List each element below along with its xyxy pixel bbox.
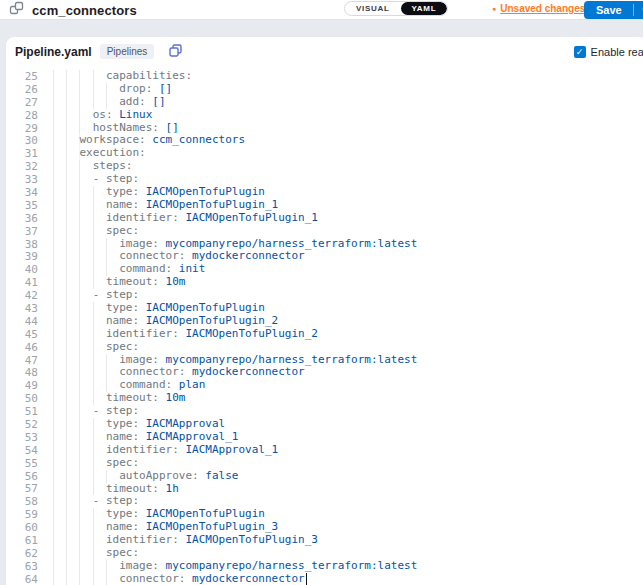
unsaved-changes-label: Unsaved changes (500, 3, 585, 14)
code-text: connector: mydockerconnector (53, 573, 307, 585)
unsaved-dot-icon: ● (492, 5, 496, 12)
line-number: 51 (6, 405, 38, 418)
save-button[interactable]: Save (584, 4, 633, 16)
panel-toolbar: Pipeline.yaml Pipelines ✓ Enable read/ (6, 37, 643, 66)
check-icon: ✓ (576, 47, 584, 57)
line-number: 59 (6, 508, 38, 521)
copy-icon (169, 44, 182, 60)
line-number: 57 (6, 482, 38, 495)
chevron-down-icon[interactable]: ▼ (634, 6, 643, 15)
line-number: 61 (6, 534, 38, 547)
save-split-button[interactable]: Save ▼ (584, 1, 643, 19)
line-number: 62 (6, 547, 38, 560)
copy-yaml-button[interactable] (169, 44, 182, 60)
line-number: 40 (6, 263, 38, 276)
header-left: ccm_connectors (9, 1, 137, 20)
yaml-editor[interactable]: 25 capabilities:26 drop: []27 add: []28 … (6, 66, 643, 585)
line-number: 46 (6, 341, 38, 354)
line-number: 38 (6, 238, 38, 251)
line-number: 58 (6, 495, 38, 508)
line-number: 60 (6, 521, 38, 534)
line-number: 42 (6, 289, 38, 302)
tab-visual[interactable]: VISUAL (345, 2, 401, 15)
file-name-label: Pipeline.yaml (15, 45, 92, 59)
line-number: 37 (6, 225, 38, 238)
view-mode-toggle: VISUAL YAML (344, 1, 448, 16)
line-number: 26 (6, 83, 38, 96)
app-header: ccm_connectors VISUAL YAML ● Unsaved cha… (0, 0, 643, 20)
code-lines: 25 capabilities:26 drop: []27 add: []28 … (6, 70, 643, 585)
line-number: 50 (6, 392, 38, 405)
line-number: 55 (6, 457, 38, 470)
pipeline-icon (9, 1, 24, 20)
line-number: 34 (6, 186, 38, 199)
entity-badge: Pipelines (100, 44, 155, 59)
line-number: 43 (6, 302, 38, 315)
line-number: 64 (6, 573, 38, 585)
line-number: 27 (6, 96, 38, 109)
line-number: 47 (6, 354, 38, 367)
line-number: 49 (6, 379, 38, 392)
line-number: 44 (6, 315, 38, 328)
line-number: 41 (6, 276, 38, 289)
line-number: 53 (6, 431, 38, 444)
line-number: 31 (6, 147, 38, 160)
line-number: 54 (6, 444, 38, 457)
line-number: 32 (6, 160, 38, 173)
editor-panel: Pipeline.yaml Pipelines ✓ Enable read/ 2… (6, 37, 643, 585)
line-number: 25 (6, 70, 38, 83)
unsaved-changes-link[interactable]: ● Unsaved changes (492, 3, 585, 14)
tab-yaml[interactable]: YAML (401, 2, 448, 15)
line-number: 33 (6, 173, 38, 186)
line-number: 63 (6, 560, 38, 573)
line-number: 45 (6, 328, 38, 341)
line-number: 28 (6, 109, 38, 122)
text-cursor (306, 573, 307, 585)
line-number: 35 (6, 199, 38, 212)
line-number: 56 (6, 470, 38, 483)
line-number: 30 (6, 134, 38, 147)
enable-read-checkbox[interactable]: ✓ (574, 46, 586, 58)
code-line[interactable]: 64 connector: mydockerconnector (6, 573, 643, 585)
line-number: 29 (6, 122, 38, 135)
app-window: ccm_connectors VISUAL YAML ● Unsaved cha… (0, 0, 643, 585)
enable-read-label: Enable read/ (591, 46, 643, 58)
line-number: 36 (6, 212, 38, 225)
line-number: 52 (6, 418, 38, 431)
line-number: 39 (6, 250, 38, 263)
enable-read-control: ✓ Enable read/ (574, 37, 643, 66)
line-number: 48 (6, 366, 38, 379)
page-title: ccm_connectors (32, 3, 137, 18)
